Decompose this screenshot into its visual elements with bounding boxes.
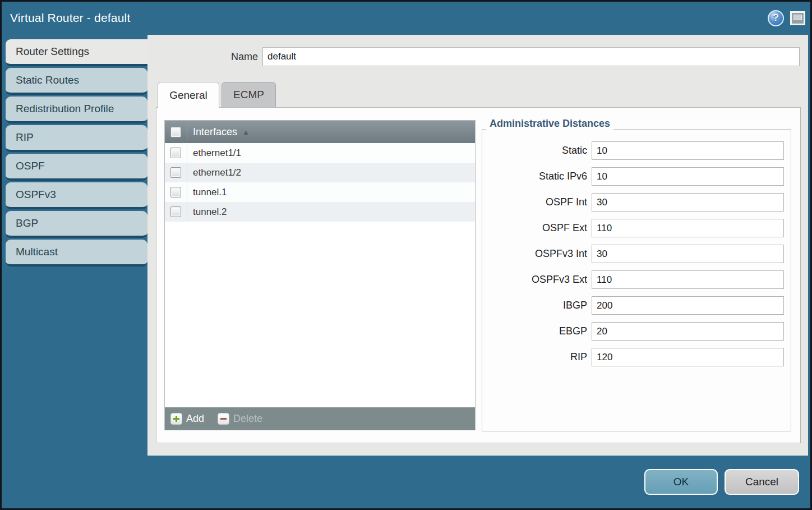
admin-distance-row: IBGP [482, 296, 791, 315]
router-settings-page: Name General ECMP Interfaces ▲ [147, 35, 808, 456]
tab-general[interactable]: General [158, 82, 219, 108]
add-button[interactable]: Add [170, 413, 204, 425]
ospfv3-ext-label: OSPFv3 Ext [482, 274, 587, 286]
interface-name: tunnel.1 [187, 187, 227, 198]
delete-minus-icon [218, 413, 229, 425]
table-row[interactable]: ethernet1/2 [165, 163, 475, 182]
name-input[interactable] [262, 47, 800, 66]
sidebar-item-bgp[interactable]: BGP [6, 211, 147, 238]
admin-distance-row: RIP [482, 348, 791, 366]
window-restore-icon-inner [793, 15, 802, 20]
ebgp-label: EBGP [482, 325, 587, 337]
admin-distance-row: OSPFv3 Int [482, 245, 791, 263]
sidebar-item-multicast[interactable]: Multicast [6, 240, 147, 267]
ibgp-input[interactable] [592, 296, 784, 315]
admin-distance-row: EBGP [482, 322, 791, 341]
admin-distance-row: OSPFv3 Ext [482, 270, 791, 289]
rip-input[interactable] [592, 348, 784, 366]
admin-distance-row: OSPF Int [482, 193, 791, 212]
static-label: Static [482, 145, 587, 157]
add-plus-icon [170, 413, 182, 425]
title-bar: Virtual Router - default ? [2, 2, 810, 34]
table-row[interactable]: tunnel.2 [165, 202, 475, 222]
admin-distances-fieldset: Static Static IPv6 OSPF Int OSPF Ext [482, 129, 791, 431]
interfaces-table: Interfaces ▲ ethernet1/1 ethernet1/2 tun… [164, 120, 476, 430]
rip-label: RIP [482, 351, 587, 363]
sidebar-item-rip[interactable]: RIP [6, 125, 147, 152]
ospfv3-ext-input[interactable] [592, 270, 784, 289]
row-checkbox[interactable] [170, 206, 181, 217]
interfaces-column-label: Interfaces [187, 126, 237, 138]
table-row[interactable]: tunnel.1 [165, 182, 475, 202]
row-checkbox[interactable] [170, 187, 181, 197]
select-all-checkbox[interactable] [170, 127, 181, 137]
ospf-ext-label: OSPF Ext [482, 222, 587, 234]
static-ipv6-input[interactable] [592, 167, 784, 186]
interface-name: ethernet1/1 [187, 148, 241, 159]
interfaces-table-body: ethernet1/1 ethernet1/2 tunnel.1 tunnel.… [165, 143, 475, 407]
sidebar: Router Settings Static Routes Redistribu… [2, 35, 147, 508]
tab-ecmp[interactable]: ECMP [222, 82, 276, 108]
sort-ascending-icon: ▲ [242, 128, 250, 136]
table-toolbar: Add Delete [165, 407, 475, 430]
sidebar-item-static-routes[interactable]: Static Routes [6, 68, 147, 95]
ospf-ext-input[interactable] [592, 219, 784, 237]
ospfv3-int-label: OSPFv3 Int [482, 248, 587, 260]
help-icon[interactable]: ? [768, 10, 784, 26]
ospf-int-label: OSPF Int [482, 196, 587, 208]
ok-button[interactable]: OK [644, 469, 718, 495]
interfaces-column-header[interactable]: Interfaces ▲ [165, 121, 475, 143]
virtual-router-dialog: Virtual Router - default ? Router Settin… [0, 0, 812, 510]
interface-name: tunnel.2 [187, 206, 227, 218]
table-row[interactable]: ethernet1/1 [165, 143, 475, 163]
row-checkbox[interactable] [170, 167, 181, 178]
admin-distance-row: OSPF Ext [482, 219, 791, 237]
content-tabstrip: General ECMP [158, 82, 276, 108]
ibgp-label: IBGP [482, 300, 587, 311]
admin-distance-row: Static [482, 141, 791, 160]
sidebar-item-ospfv3[interactable]: OSPFv3 [6, 182, 147, 209]
sidebar-item-ospf[interactable]: OSPF [6, 154, 147, 181]
interface-name: ethernet1/2 [187, 167, 241, 178]
name-label: Name [147, 47, 258, 66]
static-input[interactable] [592, 141, 784, 160]
ebgp-input[interactable] [592, 322, 784, 341]
sidebar-item-redistribution-profile[interactable]: Redistribution Profile [6, 97, 147, 123]
admin-distance-row: Static IPv6 [482, 167, 791, 186]
static-ipv6-label: Static IPv6 [482, 171, 587, 182]
delete-button[interactable]: Delete [218, 413, 262, 425]
ospfv3-int-input[interactable] [592, 245, 784, 263]
sidebar-item-router-settings[interactable]: Router Settings [6, 39, 147, 66]
dialog-title: Virtual Router - default [2, 11, 131, 25]
admin-distances-legend: Administrative Distances [486, 118, 613, 130]
ospf-int-input[interactable] [592, 193, 784, 212]
cancel-button[interactable]: Cancel [725, 469, 799, 495]
general-tab-panel: Interfaces ▲ ethernet1/1 ethernet1/2 tun… [156, 107, 801, 443]
row-checkbox[interactable] [170, 148, 181, 158]
window-restore-icon[interactable] [790, 11, 805, 25]
